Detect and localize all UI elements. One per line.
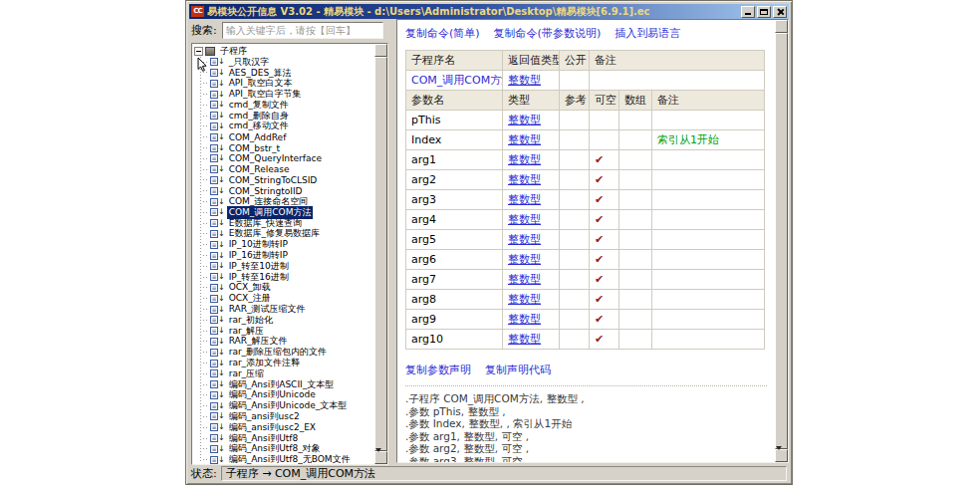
param-type-link[interactable]: 整数型 — [503, 230, 560, 250]
col-header: 类型 — [503, 91, 560, 111]
subroutine-icon: ≡↓ — [210, 133, 225, 141]
tree-item[interactable]: ≡↓COM_Release — [194, 164, 374, 175]
declaration-link[interactable]: 复制声明代码 — [485, 363, 551, 377]
down-arrow-glyph: ↓ — [218, 380, 225, 388]
tree-item[interactable]: ≡↓COM_bstr_t — [194, 142, 374, 153]
scroll-thumb[interactable] — [775, 33, 788, 449]
subroutine-box-glyph: ≡ — [210, 198, 218, 206]
command-link[interactable]: 复制命令(简单) — [405, 26, 480, 41]
detail-scrollbar[interactable] — [775, 20, 788, 462]
return-type-link[interactable]: 整数型 — [503, 71, 560, 91]
param-type-link[interactable]: 整数型 — [503, 290, 560, 310]
subroutine-box-glyph: ≡ — [210, 144, 218, 152]
param-type-link[interactable]: 整数型 — [503, 130, 560, 150]
param-array-cell — [619, 150, 652, 170]
tree-item[interactable]: ≡↓COM_StringToCLSID — [194, 175, 374, 186]
param-type-link[interactable]: 整数型 — [503, 310, 560, 330]
subroutine-box-glyph: ≡ — [210, 360, 218, 368]
tree-guide — [203, 298, 209, 299]
table-row: arg10整数型✔ — [406, 330, 765, 350]
param-nullable-cell: ✔ — [590, 270, 619, 290]
subroutine-icon: ≡↓ — [210, 154, 225, 162]
scroll-down-button[interactable] — [374, 451, 387, 464]
code-line: .参数 arg2, 整数型, 可空 , — [405, 442, 775, 455]
subroutine-icon: ≡↓ — [210, 144, 225, 152]
command-link[interactable]: 复制命令(带参数说明) — [494, 26, 602, 41]
detail-panel: 复制命令(简单)复制命令(带参数说明)插入到易语言 子程序名 返回值类型 公开 — [396, 19, 789, 463]
tree-guide — [203, 105, 209, 106]
param-type-link[interactable]: 整数型 — [503, 190, 560, 210]
param-type-link[interactable]: 整数型 — [503, 210, 560, 230]
param-remark-cell — [652, 290, 765, 310]
subroutine-box-glyph: ≡ — [210, 112, 218, 120]
status-value: 子程序 → COM_调用COM方法 — [221, 466, 787, 481]
subroutine-icon: ≡↓ — [210, 122, 225, 130]
param-type-link[interactable]: 整数型 — [503, 330, 560, 350]
tree-guide — [203, 244, 209, 245]
subroutine-box-glyph: ≡ — [210, 187, 218, 195]
declaration-link[interactable]: 复制参数声明 — [405, 363, 471, 377]
subroutine-icon: ≡↓ — [210, 219, 225, 227]
subroutine-icon: ≡↓ — [210, 176, 225, 184]
tree-item-label: 编码_Ansi到Utf8_无BOM文件 — [227, 453, 353, 464]
code-line: .参数 Index, 整数型, , 索引从1开始 — [405, 417, 775, 430]
table-row: arg3整数型✔ — [406, 190, 765, 210]
param-name-cell: arg1 — [406, 150, 503, 170]
tree-scrollbar[interactable] — [374, 44, 387, 464]
title-bar[interactable]: CC 易模块公开信息 V3.02 - 精易模块 - d:\Users\Admin… — [189, 4, 789, 19]
table-row: arg9整数型✔ — [406, 310, 765, 330]
scroll-thumb[interactable] — [374, 57, 387, 451]
tree-item[interactable]: ≡↓rar_添加文件注释 — [194, 358, 374, 368]
search-input[interactable] — [222, 22, 383, 39]
scroll-down-button[interactable] — [775, 449, 788, 462]
param-remark-cell — [652, 250, 765, 270]
tree-item[interactable]: ≡↓rar_初始化 — [194, 315, 374, 326]
subroutine-box-glyph: ≡ — [210, 295, 218, 303]
tree-item[interactable]: ≡↓编码_Ansi到Utf8_无BOM文件 — [194, 454, 374, 464]
tree-item[interactable]: ≡↓COM_AddRef — [194, 131, 374, 142]
subroutine-icon: ≡↓ — [210, 273, 225, 281]
down-arrow-glyph: ↓ — [218, 69, 225, 77]
scroll-up-button[interactable] — [775, 20, 788, 33]
tree-guide — [203, 341, 209, 342]
param-nullable-cell: ✔ — [590, 310, 619, 330]
tree-root[interactable]: 子程序 — [194, 46, 374, 57]
type-link-label: 整数型 — [508, 193, 541, 206]
collapse-icon[interactable] — [194, 47, 203, 56]
command-link[interactable]: 插入到易语言 — [614, 26, 680, 41]
type-link-label: 整数型 — [508, 273, 541, 286]
scroll-up-button[interactable] — [374, 44, 387, 57]
param-type-link[interactable]: 整数型 — [503, 111, 560, 130]
param-name-cell: arg4 — [406, 210, 503, 230]
tree-item[interactable]: ≡↓COM_QueryInterface — [194, 153, 374, 164]
tree-item-label: COM_bstr_t — [227, 143, 282, 153]
tree-guide — [203, 94, 209, 95]
down-arrow-glyph: ↓ — [218, 423, 225, 431]
param-type-link[interactable]: 整数型 — [503, 250, 560, 270]
param-remark-cell — [652, 230, 765, 250]
subroutine-tree-panel: 子程序 ≡↓_只取汉字≡↓AES_DES_算法≡↓API_取空白文本≡↓API_… — [191, 43, 388, 465]
subroutine-box-glyph: ≡ — [210, 241, 218, 249]
param-array-cell — [619, 270, 652, 290]
maximize-button[interactable] — [757, 6, 771, 18]
down-arrow-glyph: ↓ — [218, 262, 225, 270]
tree-item[interactable]: ≡↓IP_转至16进制 — [194, 272, 374, 283]
minimize-button[interactable] — [741, 6, 755, 18]
param-type-link[interactable]: 整数型 — [503, 270, 560, 290]
subroutine-box-glyph: ≡ — [210, 165, 218, 173]
subroutine-box-glyph: ≡ — [210, 219, 218, 227]
tree-item[interactable]: ≡↓RAR_测试压缩文件 — [194, 304, 374, 315]
code-line: .参数 arg1, 整数型, 可空 , — [405, 430, 775, 443]
tree-item[interactable]: ≡↓cmd_移动文件 — [194, 122, 374, 132]
param-byref-cell — [560, 170, 590, 190]
param-type-link[interactable]: 整数型 — [503, 170, 560, 190]
subroutine-icon: ≡↓ — [210, 349, 225, 357]
tree-item[interactable]: ≡↓OCX_卸载 — [194, 283, 374, 294]
down-arrow-glyph: ↓ — [218, 176, 225, 184]
close-button[interactable] — [773, 6, 787, 18]
app-icon: CC — [191, 6, 204, 17]
param-array-cell — [619, 170, 652, 190]
param-type-link[interactable]: 整数型 — [503, 150, 560, 170]
param-name-cell: arg5 — [406, 230, 503, 250]
table-row: arg1整数型✔ — [406, 150, 765, 170]
